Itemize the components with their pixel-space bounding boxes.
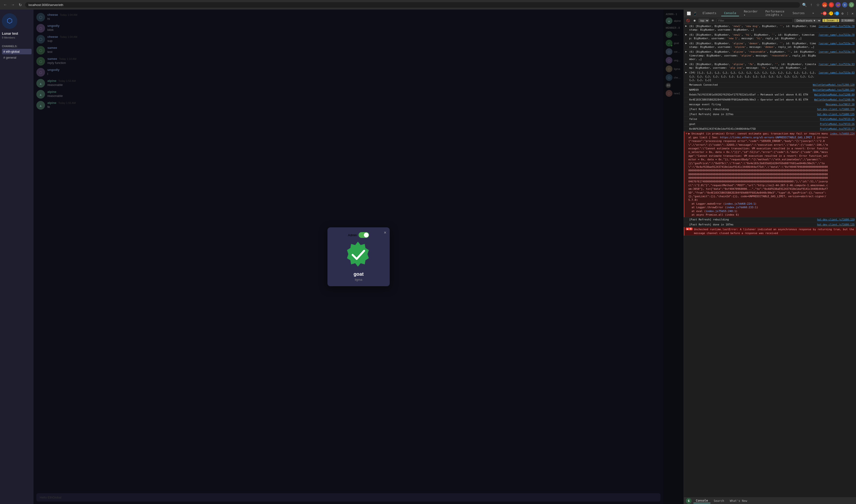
console-source[interactable]: ProfileModal.tsx79723:25: [818, 118, 855, 120]
tab-more[interactable]: »: [809, 11, 817, 16]
console-line[interactable]: [Fast Refresh] rebuilding hot-dev-client…: [684, 107, 856, 112]
modal-close-button[interactable]: ×: [384, 230, 386, 235]
devtools-badges: ⊗ 16 ⚠ 7 ℹ 1: [821, 12, 839, 15]
console-line[interactable]: Metamask Connected WalletSetupModal.tsx7…: [684, 83, 856, 87]
console-source[interactable]: hot-dev-client.js71600:159: [815, 218, 855, 221]
error-source-link2[interactable]: index.js7dd68:233:1: [727, 206, 757, 209]
console-line[interactable]: goat ProfileModal.tsx79723:26: [684, 122, 856, 127]
console-output[interactable]: ▶ (6) [BigNumber, BigNumber, 'new1', 'ne…: [684, 24, 856, 497]
error-source-link3[interactable]: index.js75b55:240:1: [706, 210, 736, 213]
console-line[interactable]: ▶ (6) [BigNumber, BigNumber, 'new1', 'ne…: [684, 24, 856, 33]
console-line[interactable]: ▶ (6) [BigNumber, BigNumber, 'new1', 'hi…: [684, 33, 856, 41]
console-line[interactable]: [Fast Refresh] rebuilding hot-dev-client…: [684, 217, 856, 222]
console-text: 0x4E183C5B035B82D284f69d08fF681Ae8448c90…: [689, 98, 812, 102]
console-error-line[interactable]: ⊗ ▶ Uncaught (in promise) Error: cannot …: [684, 131, 856, 217]
console-source[interactable]: WalletSetupModal.tsx71208:89: [812, 93, 855, 96]
clear-console-button[interactable]: 🚫: [685, 18, 691, 23]
device-icon[interactable]: 📱: [692, 11, 698, 16]
console-source[interactable]: [server_name].tsx7533a:93: [817, 63, 855, 66]
inspect-icon[interactable]: ⬜: [686, 11, 692, 16]
ext-icon-red2[interactable]: 🔴: [829, 2, 834, 7]
default-levels-select[interactable]: Default levels ▼: [794, 19, 821, 22]
console-source[interactable]: [server_name].tsx7533a:78: [817, 34, 855, 36]
preserve-log-button[interactable]: ⏺: [692, 18, 697, 23]
more-options-icon[interactable]: ⋮: [846, 11, 849, 16]
extensions-icon[interactable]: 🔍: [802, 2, 807, 7]
url-bar[interactable]: [25, 2, 800, 8]
console-line[interactable]: ▶ (6) [BigNumber, BigNumber, 'alpine', '…: [684, 50, 856, 62]
tab-performance[interactable]: Performance insights ▸: [762, 10, 788, 18]
console-line[interactable]: ▶ (6) [BigNumber, BigNumber, 'alpine', '…: [684, 62, 856, 71]
tab-console[interactable]: Console: [721, 11, 739, 16]
console-line[interactable]: 0xbdc7b1f633301a50282f6292ef1757022d1c65…: [684, 92, 856, 97]
channel-general[interactable]: # general: [2, 55, 32, 60]
console-source[interactable]: ProfileModal.tsx79723:27: [818, 128, 855, 130]
console-line[interactable]: ▶ (34) [{…}, {…}, {…}, {…}, {…}, {…}, {……: [684, 70, 856, 83]
console-source[interactable]: WalletSetupModal.tsx71208:123: [811, 89, 855, 91]
error-count-badge: 16: [823, 12, 826, 15]
console-text: ▶ Uncaught (in promise) Error: cannot es…: [689, 132, 828, 217]
error-link[interactable]: https://links.ethers.org/v5-errors-UNPRE…: [720, 136, 812, 139]
console-error-dark-line[interactable]: ▶ 9 Unchecked runtime.lastError: A liste…: [684, 227, 856, 236]
warning-count-badge: 7: [829, 12, 833, 15]
tab-sources[interactable]: Sources: [790, 11, 808, 16]
back-button[interactable]: ←: [2, 2, 8, 8]
error-source-link[interactable]: index.js7dd68:224:1: [725, 202, 755, 205]
console-line[interactable]: [Fast Refresh] done in 187ms hot-dev-cli…: [684, 222, 856, 227]
console-line[interactable]: message event firing Messages.tsx7801f:3…: [684, 102, 856, 107]
console-source[interactable]: WalletSetupModal.tsx71208:96: [812, 98, 855, 101]
tab-recorder[interactable]: Recorder ▸: [741, 10, 761, 18]
server-name: Lunar test: [2, 32, 18, 36]
console-source[interactable]: [server_name].tsx7533a:93: [817, 71, 855, 74]
admin-toggle[interactable]: [359, 232, 369, 238]
console-source[interactable]: [server_name].tsx7533a:78: [817, 42, 855, 45]
console-source[interactable]: Messages.tsx7801f:38: [824, 103, 855, 106]
error-header-row: ⊗ ▶ Uncaught (in promise) Error: cannot …: [686, 132, 855, 217]
modal-overlay[interactable]: × Admin goat ligma: [34, 10, 684, 504]
console-text: (6) [BigNumber, BigNumber, 'alpine', 'de…: [689, 42, 817, 49]
console-source[interactable]: [server_name].tsx7533a:78: [817, 51, 855, 53]
reload-button[interactable]: ↻: [17, 2, 23, 8]
console-line[interactable]: ▶ (6) [BigNumber, BigNumber, 'alpine', '…: [684, 41, 856, 50]
filter-input[interactable]: [717, 19, 793, 22]
tab-console-bottom[interactable]: Console: [694, 499, 711, 503]
console-line[interactable]: [Fast Refresh] done in 227ms hot-dev-cli…: [684, 112, 856, 117]
console-source[interactable]: hot-dev-client.js71600:135: [815, 223, 855, 226]
svg-marker-36: [347, 242, 369, 267]
console-line[interactable]: 0x4AF638aE912437410e1daf9141c34486444af7…: [684, 127, 856, 131]
console-text: [Fast Refresh] done in 227ms: [689, 112, 815, 116]
ext-icon-red[interactable]: 🦊: [822, 2, 827, 7]
tab-search-bottom[interactable]: Search: [711, 499, 727, 503]
browser-chrome: ← → ↻ 🔍 ↑ ☆ 🦊 🔴 🦋 ≡ ⬡: [0, 0, 856, 10]
close-devtools-icon[interactable]: ✕: [851, 11, 854, 16]
console-line[interactable]: false ProfileModal.tsx79723:25: [684, 117, 856, 122]
modal-username: goat: [332, 271, 385, 277]
share-icon[interactable]: ↑: [808, 2, 814, 7]
console-source[interactable]: ProfileModal.tsx79723:26: [818, 123, 855, 125]
forward-button[interactable]: →: [10, 2, 16, 8]
console-source[interactable]: [server_name].tsx7533a:78: [817, 25, 855, 28]
console-source[interactable]: index.js7dd68:224: [828, 132, 855, 135]
nav-buttons: ← → ↻: [2, 2, 23, 8]
ext-icon-green[interactable]: ⬡: [849, 2, 854, 7]
level-select[interactable]: top: [698, 19, 709, 22]
tab-whats-new-bottom[interactable]: What's New: [728, 499, 749, 503]
console-source[interactable]: hot-dev-client.js71600:159: [815, 108, 855, 111]
console-source[interactable]: WalletSetupModal.tsx71208:120: [811, 84, 855, 86]
channel-eth-global[interactable]: # eth-global: [2, 49, 32, 54]
expand-arrow: ▶: [685, 50, 688, 53]
settings-icon[interactable]: ⚙: [841, 11, 844, 16]
app-container: ⬡ Lunar test 9 Members Channels: # eth-g…: [0, 10, 856, 504]
bookmark-icon[interactable]: ☆: [815, 2, 821, 7]
devtools-top-toolbar: ⬜ 📱 Elements Console Recorder ▸ Performa…: [684, 10, 856, 17]
console-line[interactable]: 0x4E183C5B035B82D284f69d08fF681Ae8448c90…: [684, 97, 856, 102]
profile-modal: × Admin goat ligma: [327, 227, 390, 286]
error-count-badge: ▶ 9: [686, 228, 693, 230]
tab-elements[interactable]: Elements: [700, 11, 719, 16]
eye-icon[interactable]: 👁: [711, 18, 715, 23]
ext-icon-blue[interactable]: ≡: [842, 2, 848, 7]
devtools-bottom-tabs: G Console Search What's New: [684, 497, 856, 504]
console-source[interactable]: hot-dev-client.js71600:135: [815, 113, 855, 115]
ext-icon-purple[interactable]: 🦋: [835, 2, 841, 7]
console-line[interactable]: NAME69 WalletSetupModal.tsx71208:123: [684, 88, 856, 92]
